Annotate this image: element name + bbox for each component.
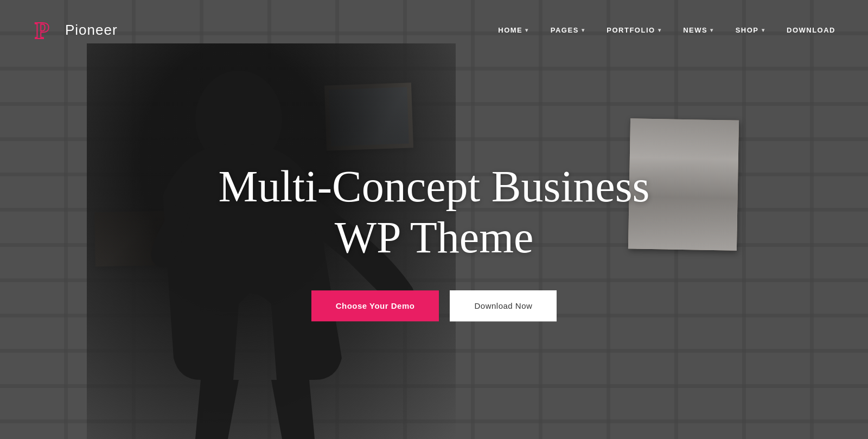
chevron-down-icon: ▾ [582,27,585,33]
nav-download[interactable]: DOWNLOAD [787,26,835,34]
chevron-down-icon: ▾ [658,27,662,33]
logo-icon: P [33,17,59,43]
chevron-down-icon: ▾ [710,27,714,33]
logo-text: Pioneer [65,22,118,39]
choose-demo-button[interactable]: Choose Your Demo [311,290,439,321]
nav-portfolio[interactable]: PORTFOLIO ▾ [607,26,661,34]
hero-buttons: Choose Your Demo Download Now [190,290,678,321]
nav-shop[interactable]: SHOP ▾ [736,26,765,34]
hero-content: Multi-Concept Business WP Theme Choose Y… [190,161,678,322]
svg-text:P: P [35,17,49,43]
nav-news[interactable]: NEWS ▾ [683,26,714,34]
hero-title: Multi-Concept Business WP Theme [190,161,678,264]
hero-section: P Pioneer HOME ▾ PAGES ▾ PORTFOLIO ▾ NEW… [0,0,868,439]
nav-pages[interactable]: PAGES ▾ [551,26,585,34]
nav-links: HOME ▾ PAGES ▾ PORTFOLIO ▾ NEWS ▾ SHOP ▾… [498,26,835,34]
logo[interactable]: P Pioneer [33,17,118,43]
download-now-button[interactable]: Download Now [450,290,557,321]
nav-home[interactable]: HOME ▾ [498,26,529,34]
navbar: P Pioneer HOME ▾ PAGES ▾ PORTFOLIO ▾ NEW… [0,0,868,60]
chevron-down-icon: ▾ [525,27,529,33]
chevron-down-icon: ▾ [762,27,765,33]
